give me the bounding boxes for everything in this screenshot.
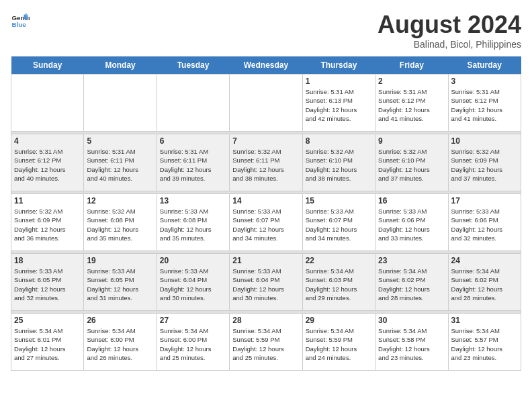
week-row-3: 11Sunrise: 5:32 AMSunset: 6:09 PMDayligh… (11, 194, 521, 251)
day-header-thursday: Thursday (302, 56, 375, 75)
calendar-cell: 3Sunrise: 5:31 AMSunset: 6:12 PMDaylight… (448, 75, 521, 132)
day-number: 15 (306, 196, 372, 205)
cell-content: Sunrise: 5:33 AMSunset: 6:07 PMDaylight:… (306, 207, 372, 242)
calendar-cell (84, 75, 157, 132)
cell-content: Sunrise: 5:33 AMSunset: 6:07 PMDaylight:… (232, 207, 299, 242)
day-number: 3 (451, 77, 518, 86)
day-number: 10 (451, 136, 518, 146)
day-header-wednesday: Wednesday (230, 56, 302, 75)
calendar-cell: 21Sunrise: 5:33 AMSunset: 6:04 PMDayligh… (230, 254, 302, 311)
cell-content: Sunrise: 5:33 AMSunset: 6:04 PMDaylight:… (160, 267, 226, 302)
cell-content: Sunrise: 5:32 AMSunset: 6:10 PMDaylight:… (306, 147, 372, 183)
day-number: 1 (306, 77, 372, 86)
calendar-cell: 18Sunrise: 5:33 AMSunset: 6:05 PMDayligh… (11, 254, 84, 311)
calendar-cell (11, 75, 84, 132)
cell-content: Sunrise: 5:32 AMSunset: 6:10 PMDaylight:… (378, 147, 445, 183)
calendar-cell: 20Sunrise: 5:33 AMSunset: 6:04 PMDayligh… (157, 254, 229, 311)
cell-content: Sunrise: 5:31 AMSunset: 6:12 PMDaylight:… (14, 147, 81, 183)
day-number: 9 (378, 136, 445, 146)
calendar-cell: 4Sunrise: 5:31 AMSunset: 6:12 PMDaylight… (11, 134, 84, 191)
cell-content: Sunrise: 5:31 AMSunset: 6:12 PMDaylight:… (451, 87, 518, 123)
calendar-cell: 17Sunrise: 5:33 AMSunset: 6:06 PMDayligh… (448, 194, 521, 251)
day-number: 13 (160, 196, 226, 205)
calendar-cell: 24Sunrise: 5:34 AMSunset: 6:02 PMDayligh… (448, 254, 521, 311)
month-title: August 2024 (378, 11, 521, 39)
week-row-1: 1Sunrise: 5:31 AMSunset: 6:13 PMDaylight… (11, 75, 521, 132)
calendar-cell: 16Sunrise: 5:33 AMSunset: 6:06 PMDayligh… (375, 194, 448, 251)
cell-content: Sunrise: 5:32 AMSunset: 6:11 PMDaylight:… (232, 147, 299, 183)
calendar-cell: 13Sunrise: 5:33 AMSunset: 6:08 PMDayligh… (157, 194, 229, 251)
day-header-sunday: Sunday (11, 56, 84, 75)
cell-content: Sunrise: 5:33 AMSunset: 6:04 PMDaylight:… (232, 267, 299, 302)
day-number: 5 (87, 136, 153, 146)
title-block: August 2024 Balinad, Bicol, Philippines (378, 11, 521, 50)
cell-content: Sunrise: 5:31 AMSunset: 6:12 PMDaylight:… (378, 87, 445, 123)
calendar-cell: 25Sunrise: 5:34 AMSunset: 6:01 PMDayligh… (11, 314, 84, 371)
day-number: 28 (232, 316, 299, 325)
location: Balinad, Bicol, Philippines (378, 39, 521, 50)
cell-content: Sunrise: 5:34 AMSunset: 6:01 PMDaylight:… (14, 326, 81, 362)
days-header-row: SundayMondayTuesdayWednesdayThursdayFrid… (11, 56, 521, 75)
calendar-cell: 22Sunrise: 5:34 AMSunset: 6:03 PMDayligh… (302, 254, 375, 311)
day-header-tuesday: Tuesday (157, 56, 229, 75)
cell-content: Sunrise: 5:32 AMSunset: 6:08 PMDaylight:… (87, 207, 153, 242)
calendar-cell: 8Sunrise: 5:32 AMSunset: 6:10 PMDaylight… (302, 134, 375, 191)
cell-content: Sunrise: 5:32 AMSunset: 6:09 PMDaylight:… (451, 147, 518, 183)
day-number: 27 (160, 316, 226, 325)
cell-content: Sunrise: 5:33 AMSunset: 6:05 PMDaylight:… (14, 267, 81, 302)
calendar-cell: 6Sunrise: 5:31 AMSunset: 6:11 PMDaylight… (157, 134, 229, 191)
cell-content: Sunrise: 5:33 AMSunset: 6:05 PMDaylight:… (87, 267, 153, 302)
cell-content: Sunrise: 5:34 AMSunset: 6:03 PMDaylight:… (306, 267, 372, 302)
calendar-cell: 15Sunrise: 5:33 AMSunset: 6:07 PMDayligh… (302, 194, 375, 251)
logo-icon: General Blue (11, 11, 30, 30)
day-number: 23 (378, 256, 445, 265)
day-header-monday: Monday (84, 56, 157, 75)
calendar-cell: 7Sunrise: 5:32 AMSunset: 6:11 PMDaylight… (230, 134, 302, 191)
logo: General Blue (11, 11, 30, 30)
cell-content: Sunrise: 5:34 AMSunset: 6:00 PMDaylight:… (160, 326, 226, 362)
calendar-cell: 26Sunrise: 5:34 AMSunset: 6:00 PMDayligh… (84, 314, 157, 371)
calendar-cell: 2Sunrise: 5:31 AMSunset: 6:12 PMDaylight… (375, 75, 448, 132)
calendar-cell (230, 75, 302, 132)
cell-content: Sunrise: 5:34 AMSunset: 5:59 PMDaylight:… (232, 326, 299, 362)
page-header: General Blue August 2024 Balinad, Bicol,… (11, 11, 521, 50)
day-number: 17 (451, 196, 518, 205)
day-number: 31 (451, 316, 518, 325)
cell-content: Sunrise: 5:31 AMSunset: 6:11 PMDaylight:… (160, 147, 226, 183)
calendar-cell: 14Sunrise: 5:33 AMSunset: 6:07 PMDayligh… (230, 194, 302, 251)
calendar-cell: 31Sunrise: 5:34 AMSunset: 5:57 PMDayligh… (448, 314, 521, 371)
day-number: 20 (160, 256, 226, 265)
day-header-friday: Friday (375, 56, 448, 75)
calendar-cell: 5Sunrise: 5:31 AMSunset: 6:11 PMDaylight… (84, 134, 157, 191)
day-number: 24 (451, 256, 518, 265)
calendar-cell: 30Sunrise: 5:34 AMSunset: 5:58 PMDayligh… (375, 314, 448, 371)
cell-content: Sunrise: 5:34 AMSunset: 6:02 PMDaylight:… (378, 267, 445, 302)
cell-content: Sunrise: 5:31 AMSunset: 6:11 PMDaylight:… (87, 147, 153, 183)
day-number: 6 (160, 136, 226, 146)
calendar-cell: 28Sunrise: 5:34 AMSunset: 5:59 PMDayligh… (230, 314, 302, 371)
calendar-cell: 11Sunrise: 5:32 AMSunset: 6:09 PMDayligh… (11, 194, 84, 251)
cell-content: Sunrise: 5:34 AMSunset: 5:58 PMDaylight:… (378, 326, 445, 362)
week-row-4: 18Sunrise: 5:33 AMSunset: 6:05 PMDayligh… (11, 254, 521, 311)
calendar-cell: 19Sunrise: 5:33 AMSunset: 6:05 PMDayligh… (84, 254, 157, 311)
day-number: 11 (14, 196, 81, 205)
cell-content: Sunrise: 5:33 AMSunset: 6:06 PMDaylight:… (378, 207, 445, 242)
day-number: 7 (232, 136, 299, 146)
day-number: 19 (87, 256, 153, 265)
calendar-cell: 27Sunrise: 5:34 AMSunset: 6:00 PMDayligh… (157, 314, 229, 371)
day-number: 22 (306, 256, 372, 265)
day-number: 30 (378, 316, 445, 325)
calendar-cell: 12Sunrise: 5:32 AMSunset: 6:08 PMDayligh… (84, 194, 157, 251)
calendar-cell: 10Sunrise: 5:32 AMSunset: 6:09 PMDayligh… (448, 134, 521, 191)
svg-text:Blue: Blue (11, 21, 26, 28)
week-row-5: 25Sunrise: 5:34 AMSunset: 6:01 PMDayligh… (11, 314, 521, 371)
day-number: 29 (306, 316, 372, 325)
day-number: 18 (14, 256, 81, 265)
calendar-cell (157, 75, 229, 132)
day-number: 14 (232, 196, 299, 205)
calendar-table: SundayMondayTuesdayWednesdayThursdayFrid… (11, 56, 521, 371)
cell-content: Sunrise: 5:33 AMSunset: 6:08 PMDaylight:… (160, 207, 226, 242)
calendar-cell: 1Sunrise: 5:31 AMSunset: 6:13 PMDaylight… (302, 75, 375, 132)
day-number: 26 (87, 316, 153, 325)
cell-content: Sunrise: 5:31 AMSunset: 6:13 PMDaylight:… (306, 87, 372, 123)
